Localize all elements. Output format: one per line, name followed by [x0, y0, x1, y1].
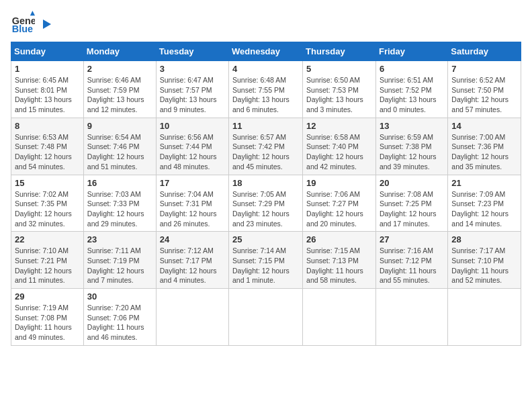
day-info: Sunrise: 6:54 AM Sunset: 7:46 PM Dayligh… — [87, 132, 152, 172]
day-info: Sunrise: 7:03 AM Sunset: 7:33 PM Dayligh… — [87, 189, 152, 229]
calendar-week-1: 1 Sunrise: 6:45 AM Sunset: 8:01 PM Dayli… — [11, 61, 521, 118]
day-number: 29 — [15, 291, 80, 302]
calendar-cell: 12 Sunrise: 6:58 AM Sunset: 7:40 PM Dayl… — [303, 118, 376, 175]
day-info: Sunrise: 7:10 AM Sunset: 7:21 PM Dayligh… — [15, 246, 80, 285]
day-number: 8 — [15, 121, 80, 131]
day-number: 7 — [451, 64, 517, 74]
svg-text:Blue: Blue — [12, 24, 33, 34]
day-info: Sunrise: 6:50 AM Sunset: 7:53 PM Dayligh… — [306, 75, 372, 115]
day-info: Sunrise: 6:52 AM Sunset: 7:50 PM Dayligh… — [451, 75, 517, 115]
calendar-cell: 20 Sunrise: 7:08 AM Sunset: 7:25 PM Dayl… — [375, 175, 447, 232]
day-info: Sunrise: 6:59 AM Sunset: 7:38 PM Dayligh… — [380, 132, 444, 172]
day-info: Sunrise: 7:04 AM Sunset: 7:31 PM Dayligh… — [160, 189, 225, 229]
calendar-cell: 17 Sunrise: 7:04 AM Sunset: 7:31 PM Dayl… — [156, 175, 228, 232]
calendar-cell: 22 Sunrise: 7:10 AM Sunset: 7:21 PM Dayl… — [11, 232, 84, 289]
day-info: Sunrise: 6:47 AM Sunset: 7:57 PM Dayligh… — [160, 75, 225, 115]
calendar-cell: 30 Sunrise: 7:20 AM Sunset: 7:06 PM Dayl… — [83, 289, 156, 346]
page-header: General Blue — [11, 11, 521, 35]
day-number: 28 — [451, 234, 517, 244]
calendar-cell: 9 Sunrise: 6:54 AM Sunset: 7:46 PM Dayli… — [83, 118, 156, 175]
day-number: 5 — [306, 64, 372, 74]
calendar-header-wednesday: Wednesday — [229, 42, 303, 61]
calendar-cell: 21 Sunrise: 7:09 AM Sunset: 7:23 PM Dayl… — [448, 175, 521, 232]
day-info: Sunrise: 6:45 AM Sunset: 8:01 PM Dayligh… — [15, 75, 80, 115]
day-number: 25 — [232, 234, 299, 244]
day-number: 19 — [306, 178, 372, 188]
calendar-header-monday: Monday — [83, 42, 156, 61]
calendar-cell: 19 Sunrise: 7:06 AM Sunset: 7:27 PM Dayl… — [303, 175, 376, 232]
day-info: Sunrise: 7:15 AM Sunset: 7:13 PM Dayligh… — [306, 246, 372, 285]
day-info: Sunrise: 7:17 AM Sunset: 7:10 PM Dayligh… — [451, 246, 517, 285]
calendar-cell: 2 Sunrise: 6:46 AM Sunset: 7:59 PM Dayli… — [83, 61, 156, 118]
calendar-cell — [156, 289, 228, 346]
day-info: Sunrise: 7:14 AM Sunset: 7:15 PM Dayligh… — [232, 246, 299, 285]
calendar-cell: 28 Sunrise: 7:17 AM Sunset: 7:10 PM Dayl… — [448, 232, 521, 289]
calendar-cell: 16 Sunrise: 7:03 AM Sunset: 7:33 PM Dayl… — [83, 175, 156, 232]
day-number: 23 — [87, 234, 152, 244]
calendar-cell: 29 Sunrise: 7:19 AM Sunset: 7:08 PM Dayl… — [11, 289, 84, 346]
calendar-header-saturday: Saturday — [448, 42, 521, 61]
day-info: Sunrise: 6:48 AM Sunset: 7:55 PM Dayligh… — [232, 75, 299, 115]
day-number: 4 — [232, 64, 299, 74]
calendar-header-thursday: Thursday — [303, 42, 376, 61]
day-info: Sunrise: 6:56 AM Sunset: 7:44 PM Dayligh… — [160, 132, 225, 172]
day-number: 13 — [380, 121, 444, 131]
day-info: Sunrise: 7:20 AM Sunset: 7:06 PM Dayligh… — [87, 303, 152, 342]
day-number: 18 — [232, 178, 299, 188]
calendar-cell: 25 Sunrise: 7:14 AM Sunset: 7:15 PM Dayl… — [229, 232, 303, 289]
calendar-week-3: 15 Sunrise: 7:02 AM Sunset: 7:35 PM Dayl… — [11, 175, 521, 232]
day-number: 27 — [380, 234, 444, 244]
calendar-cell: 1 Sunrise: 6:45 AM Sunset: 8:01 PM Dayli… — [11, 61, 84, 118]
day-info: Sunrise: 7:11 AM Sunset: 7:19 PM Dayligh… — [87, 246, 152, 285]
calendar-cell: 27 Sunrise: 7:16 AM Sunset: 7:12 PM Dayl… — [375, 232, 447, 289]
calendar-week-2: 8 Sunrise: 6:53 AM Sunset: 7:48 PM Dayli… — [11, 118, 521, 175]
day-info: Sunrise: 7:05 AM Sunset: 7:29 PM Dayligh… — [232, 189, 299, 229]
calendar-cell: 18 Sunrise: 7:05 AM Sunset: 7:29 PM Dayl… — [229, 175, 303, 232]
calendar-cell — [375, 289, 447, 346]
svg-marker-2 — [30, 11, 35, 15]
day-number: 21 — [451, 178, 517, 188]
day-number: 24 — [160, 234, 225, 244]
day-info: Sunrise: 7:02 AM Sunset: 7:35 PM Dayligh… — [15, 189, 80, 229]
day-number: 17 — [160, 178, 225, 188]
day-info: Sunrise: 7:16 AM Sunset: 7:12 PM Dayligh… — [380, 246, 444, 285]
calendar-cell: 8 Sunrise: 6:53 AM Sunset: 7:48 PM Dayli… — [11, 118, 84, 175]
day-number: 12 — [306, 121, 372, 131]
logo: General Blue — [11, 11, 51, 35]
day-info: Sunrise: 6:57 AM Sunset: 7:42 PM Dayligh… — [232, 132, 299, 172]
calendar-cell — [448, 289, 521, 346]
calendar-cell: 23 Sunrise: 7:11 AM Sunset: 7:19 PM Dayl… — [83, 232, 156, 289]
logo-arrow-icon — [39, 18, 51, 30]
day-info: Sunrise: 6:58 AM Sunset: 7:40 PM Dayligh… — [306, 132, 372, 172]
logo-icon: General Blue — [11, 11, 35, 35]
day-info: Sunrise: 6:53 AM Sunset: 7:48 PM Dayligh… — [15, 132, 80, 172]
calendar-header-friday: Friday — [375, 42, 447, 61]
calendar-cell: 15 Sunrise: 7:02 AM Sunset: 7:35 PM Dayl… — [11, 175, 84, 232]
calendar-cell: 14 Sunrise: 7:00 AM Sunset: 7:36 PM Dayl… — [448, 118, 521, 175]
day-info: Sunrise: 7:08 AM Sunset: 7:25 PM Dayligh… — [380, 189, 444, 229]
calendar-header-row: SundayMondayTuesdayWednesdayThursdayFrid… — [11, 42, 521, 61]
day-info: Sunrise: 7:09 AM Sunset: 7:23 PM Dayligh… — [451, 189, 517, 229]
day-number: 26 — [306, 234, 372, 244]
calendar-week-5: 29 Sunrise: 7:19 AM Sunset: 7:08 PM Dayl… — [11, 289, 521, 346]
day-number: 1 — [15, 64, 80, 74]
calendar-cell: 10 Sunrise: 6:56 AM Sunset: 7:44 PM Dayl… — [156, 118, 228, 175]
calendar-cell: 24 Sunrise: 7:12 AM Sunset: 7:17 PM Dayl… — [156, 232, 228, 289]
calendar-cell: 4 Sunrise: 6:48 AM Sunset: 7:55 PM Dayli… — [229, 61, 303, 118]
day-number: 6 — [380, 64, 444, 74]
day-number: 15 — [15, 178, 80, 188]
calendar-cell: 13 Sunrise: 6:59 AM Sunset: 7:38 PM Dayl… — [375, 118, 447, 175]
day-number: 2 — [87, 64, 152, 74]
calendar-cell: 3 Sunrise: 6:47 AM Sunset: 7:57 PM Dayli… — [156, 61, 228, 118]
calendar-week-4: 22 Sunrise: 7:10 AM Sunset: 7:21 PM Dayl… — [11, 232, 521, 289]
day-info: Sunrise: 6:46 AM Sunset: 7:59 PM Dayligh… — [87, 75, 152, 115]
day-info: Sunrise: 7:12 AM Sunset: 7:17 PM Dayligh… — [160, 246, 225, 285]
calendar-cell: 26 Sunrise: 7:15 AM Sunset: 7:13 PM Dayl… — [303, 232, 376, 289]
day-number: 3 — [160, 64, 225, 74]
calendar-cell — [229, 289, 303, 346]
calendar-body: 1 Sunrise: 6:45 AM Sunset: 8:01 PM Dayli… — [11, 61, 521, 346]
calendar-cell: 5 Sunrise: 6:50 AM Sunset: 7:53 PM Dayli… — [303, 61, 376, 118]
day-number: 16 — [87, 178, 152, 188]
calendar-table: SundayMondayTuesdayWednesdayThursdayFrid… — [11, 42, 521, 346]
day-info: Sunrise: 7:19 AM Sunset: 7:08 PM Dayligh… — [15, 303, 80, 342]
